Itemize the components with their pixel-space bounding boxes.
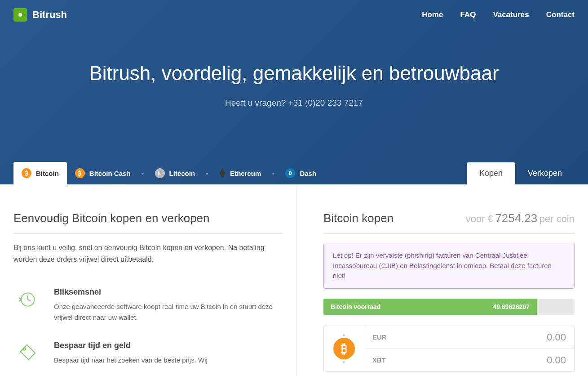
intro-text: Bij ons kunt u veilig, snel en eenvoudig… — [13, 242, 283, 265]
logo[interactable]: Bitrush — [13, 8, 67, 22]
feature-bliksemsnel: Bliksemsnel Onze geavanceerde software k… — [13, 287, 283, 323]
tab-litecoin-label: Litecoin — [169, 170, 195, 177]
calc-row-eur[interactable]: EUR 0.00 — [364, 326, 574, 349]
ethereum-icon — [219, 168, 225, 178]
separator-dot: ● — [139, 171, 147, 176]
stock-value: 49.69626207 — [493, 303, 530, 310]
warning-box: Let op! Er zijn vervalste (phishing) fac… — [323, 243, 575, 289]
tab-bitcoin[interactable]: ₿ Bitcoin — [13, 162, 67, 184]
bitcoin-icon: ₿ — [22, 168, 31, 178]
nav-faq[interactable]: FAQ — [460, 10, 476, 19]
tab-litecoin[interactable]: Ł Litecoin — [147, 162, 203, 184]
hero-subtitle: Heeft u vragen? +31 (0)20 233 7217 — [9, 98, 579, 108]
litecoin-icon: Ł — [155, 168, 165, 178]
xbt-label: XBT — [372, 356, 386, 364]
nav-vacatures[interactable]: Vacatures — [493, 10, 529, 19]
hero-title: Bitrush, voordelig, gemakkelijk en betro… — [9, 62, 579, 85]
action-tabs: Kopen Verkopen — [467, 162, 575, 184]
calc-row-xbt[interactable]: XBT 0.00 — [364, 349, 574, 372]
xbt-value: 0.00 — [547, 354, 566, 366]
eur-label: EUR — [372, 333, 387, 341]
price-value: 7254.23 — [495, 211, 537, 225]
arrow-up-icon[interactable]: ▲ — [342, 332, 346, 337]
tab-ethereum[interactable]: Ethereum — [211, 162, 269, 184]
bitcoin-large-icon: ₿ — [333, 338, 355, 359]
stock-label: Bitcoin voorraad — [331, 303, 380, 310]
arrow-down-icon[interactable]: ▼ — [342, 360, 346, 365]
tab-ethereum-label: Ethereum — [230, 170, 261, 177]
nav-home[interactable]: Home — [422, 10, 443, 19]
top-nav: Home FAQ Vacatures Contact — [422, 10, 575, 19]
clock-icon — [13, 287, 40, 323]
tab-bitcoin-label: Bitcoin — [36, 170, 59, 177]
tab-dash-label: Dash — [300, 170, 316, 177]
feature1-text: Onze geavanceerde software koopt real-ti… — [54, 301, 283, 323]
logo-icon — [13, 8, 27, 22]
crypto-tabs: ₿ Bitcoin ₿ Bitcoin Cash ● Ł Litecoin ● … — [13, 162, 324, 184]
feature2-title: Bespaar tijd en geld — [54, 341, 208, 350]
hero: Bitrush, voordelig, gemakkelijk en betro… — [0, 26, 588, 162]
tab-kopen[interactable]: Kopen — [467, 162, 515, 184]
price-display: voor € 7254.23 per coin — [466, 211, 575, 225]
stock-bar: Bitcoin voorraad 49.69626207 — [323, 299, 575, 315]
calculator: ▲ ₿ ▼ EUR 0.00 XBT 0.00 — [323, 326, 575, 372]
dash-icon: D — [285, 168, 295, 178]
tab-bitcoin-cash-label: Bitcoin Cash — [89, 170, 131, 177]
separator-dot: ● — [269, 171, 277, 176]
left-section-title: Eenvoudig Bitcoin kopen en verkopen — [13, 211, 283, 234]
feature1-title: Bliksemsnel — [54, 287, 283, 297]
nav-contact[interactable]: Contact — [546, 10, 575, 19]
buy-title: Bitcoin kopen — [323, 211, 393, 225]
tab-bitcoin-cash[interactable]: ₿ Bitcoin Cash — [67, 162, 139, 184]
bitcoin-cash-icon: ₿ — [75, 168, 85, 178]
logo-text: Bitrush — [32, 9, 67, 21]
tab-dash[interactable]: D Dash — [277, 162, 324, 184]
tab-verkopen[interactable]: Verkopen — [515, 162, 575, 184]
feature2-text: Bespaar tijd naar het zoeken van de best… — [54, 355, 208, 366]
price-prefix: voor € — [466, 213, 493, 224]
eur-value: 0.00 — [547, 331, 566, 343]
feature-bespaar: Bespaar tijd en geld Bespaar tijd naar h… — [13, 341, 283, 366]
price-suffix: per coin — [539, 213, 575, 224]
separator-dot: ● — [203, 171, 211, 176]
tag-icon — [13, 341, 40, 366]
